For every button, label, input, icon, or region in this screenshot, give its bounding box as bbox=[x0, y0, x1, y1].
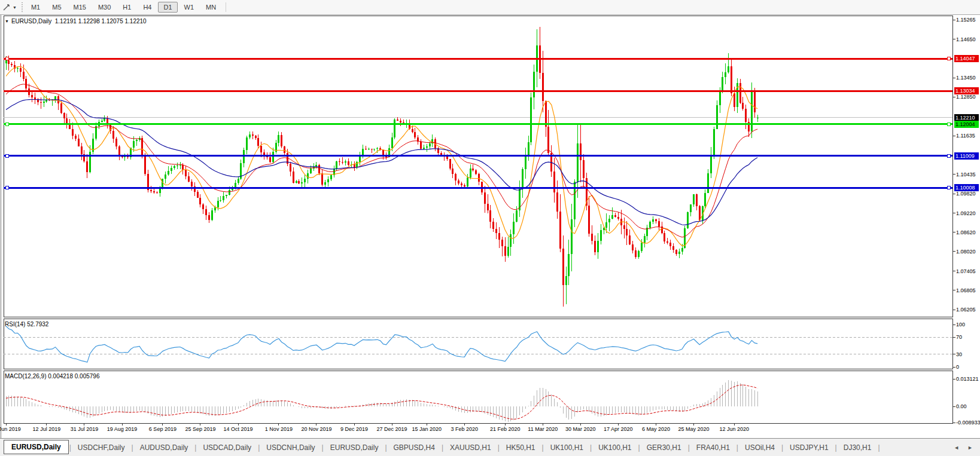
chart-tab-usdjpy-h1-14[interactable]: USDJPY,H1 bbox=[784, 442, 834, 454]
tab-separator: | bbox=[877, 443, 880, 452]
chart-title: ▼EURUSD,Daily 1.12191 1.12298 1.12075 1.… bbox=[5, 18, 147, 25]
chart-tab-bar: EURUSD,Daily|USDCHF,Daily|AUDUSD,Daily|U… bbox=[0, 438, 980, 456]
chart-title-ohlc: 1.12191 1.12298 1.12075 1.12210 bbox=[55, 18, 147, 25]
chart-tab-usdchf-daily-1[interactable]: USDCHF,Daily bbox=[72, 442, 131, 454]
timeframe-buttons: M1M5M15M30H1H4D1W1MN bbox=[25, 2, 222, 13]
toolbar-separator bbox=[226, 2, 226, 12]
chart-tab-usdcad-daily-3[interactable]: USDCAD,Daily bbox=[197, 442, 257, 454]
timeframe-button-m30[interactable]: M30 bbox=[93, 2, 116, 13]
timeframe-button-h4[interactable]: H4 bbox=[138, 2, 157, 13]
hline-handle-1.12004[interactable] bbox=[948, 123, 951, 126]
tab-scroll-controls: ◄ ► bbox=[952, 443, 974, 452]
timeframe-button-m5[interactable]: M5 bbox=[47, 2, 66, 13]
hline-handle-1.14047[interactable] bbox=[948, 57, 951, 60]
chart-title-symbol: EURUSD,Daily bbox=[11, 18, 51, 25]
chart-tab-usoil-h4-13[interactable]: USOil,H4 bbox=[739, 442, 781, 454]
macd-panel-label: MACD(12,26,9) 0.004218 0.005796 bbox=[5, 373, 99, 380]
chart-tab-xauusd-h1-7[interactable]: XAUUSD,H1 bbox=[444, 442, 497, 454]
chart-tab-uk100-h1-10[interactable]: UK100,H1 bbox=[592, 442, 637, 454]
rsi-panel-label: RSI(14) 52.7932 bbox=[5, 321, 48, 328]
timeframe-button-m15[interactable]: M15 bbox=[68, 2, 92, 13]
toolbar-grip[interactable] bbox=[22, 2, 23, 12]
chart-tab-gbpusd-h4-6[interactable]: GBPUSD,H4 bbox=[388, 442, 441, 454]
hline-handle-1.11009[interactable] bbox=[6, 154, 9, 157]
chart-tab-dj30-h1-15[interactable]: DJ30,H1 bbox=[838, 442, 878, 454]
chart-title-caret[interactable]: ▼ bbox=[5, 19, 9, 23]
line-tool-icon[interactable] bbox=[2, 2, 11, 12]
macd-histogram bbox=[6, 380, 757, 421]
hline-handle-1.12004[interactable] bbox=[6, 123, 9, 126]
ma-slow-line bbox=[6, 100, 757, 225]
timeframe-button-m1[interactable]: M1 bbox=[26, 2, 45, 13]
macd-signal-line bbox=[6, 385, 757, 419]
chart-canvas[interactable] bbox=[0, 0, 980, 456]
chart-tab-hk50-h1-8[interactable]: HK50,H1 bbox=[500, 442, 541, 454]
chart-tab-uk100-h1-9[interactable]: UK100,H1 bbox=[544, 442, 589, 454]
timeframe-button-w1[interactable]: W1 bbox=[179, 2, 200, 13]
chart-tab-fra40-h1-12[interactable]: FRA40,H1 bbox=[690, 442, 736, 454]
tab-scroll-left-icon[interactable]: ◄ bbox=[952, 443, 960, 452]
top-toolbar: ▼ M1M5M15M30H1H4D1W1MN bbox=[0, 0, 980, 15]
tool-dropdown-caret[interactable]: ▼ bbox=[13, 5, 17, 10]
chart-tab-ger30-h1-11[interactable]: GER30,H1 bbox=[641, 442, 687, 454]
chart-tab-eurusd-daily-0[interactable]: EURUSD,Daily bbox=[4, 440, 69, 454]
rsi-panel-frame bbox=[4, 319, 952, 369]
hline-handle-1.11009[interactable] bbox=[948, 154, 951, 157]
timeframe-button-h1[interactable]: H1 bbox=[117, 2, 136, 13]
chart-tab-eurusd-daily-5[interactable]: EURUSD,Daily bbox=[324, 442, 385, 454]
candles-group bbox=[5, 27, 759, 307]
hline-handle-1.10008[interactable] bbox=[948, 186, 951, 189]
chart-tab-audusd-daily-2[interactable]: AUDUSD,Daily bbox=[134, 442, 194, 454]
timeframe-button-d1[interactable]: D1 bbox=[158, 2, 177, 13]
macd-panel-frame bbox=[4, 371, 952, 423]
chart-tab-usdcnh-daily-4[interactable]: USDCNH,Daily bbox=[260, 442, 321, 454]
ma-mid-line bbox=[6, 84, 757, 237]
tab-scroll-right-icon[interactable]: ► bbox=[966, 443, 974, 452]
rsi-line bbox=[6, 326, 757, 363]
hline-handle-1.10008[interactable] bbox=[6, 186, 9, 189]
timeframe-button-mn[interactable]: MN bbox=[200, 2, 221, 13]
chart-tabs: EURUSD,Daily|USDCHF,Daily|AUDUSD,Daily|U… bbox=[0, 440, 881, 455]
hline-handle-1.14047[interactable] bbox=[6, 57, 9, 60]
